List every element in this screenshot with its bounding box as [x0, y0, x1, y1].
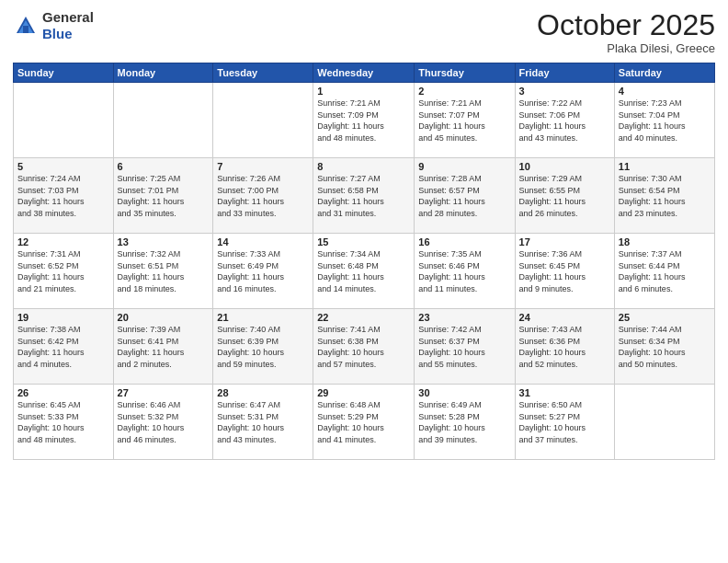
day-info: Sunrise: 7:27 AM Sunset: 6:58 PM Dayligh…: [317, 173, 410, 219]
day-info: Sunrise: 7:33 AM Sunset: 6:49 PM Dayligh…: [217, 248, 309, 294]
calendar-cell: 2Sunrise: 7:21 AM Sunset: 7:07 PM Daylig…: [415, 83, 515, 158]
day-number: 6: [118, 161, 210, 172]
weekday-header-row: SundayMondayTuesdayWednesdayThursdayFrid…: [14, 63, 715, 83]
day-number: 16: [418, 236, 510, 247]
day-number: 24: [519, 312, 610, 323]
day-number: 29: [317, 387, 410, 398]
calendar-cell: 11Sunrise: 7:30 AM Sunset: 6:54 PM Dayli…: [614, 158, 714, 234]
day-info: Sunrise: 7:31 AM Sunset: 6:52 PM Dayligh…: [17, 248, 109, 294]
month-title: October 2025: [537, 9, 715, 41]
day-info: Sunrise: 6:46 AM Sunset: 5:32 PM Dayligh…: [118, 399, 210, 445]
weekday-header-sunday: Sunday: [14, 63, 114, 83]
day-number: 17: [519, 236, 610, 247]
calendar-cell: [614, 385, 714, 460]
calendar-cell: 8Sunrise: 7:27 AM Sunset: 6:58 PM Daylig…: [313, 158, 415, 234]
calendar-cell: 25Sunrise: 7:44 AM Sunset: 6:34 PM Dayli…: [614, 309, 714, 385]
weekday-header-monday: Monday: [113, 63, 213, 83]
calendar-cell: 4Sunrise: 7:23 AM Sunset: 7:04 PM Daylig…: [614, 83, 714, 158]
header: General Blue October 2025 Plaka Dilesi, …: [13, 9, 715, 55]
weekday-header-wednesday: Wednesday: [313, 63, 415, 83]
calendar-cell: 23Sunrise: 7:42 AM Sunset: 6:37 PM Dayli…: [415, 309, 515, 385]
day-number: 19: [17, 312, 109, 323]
calendar-cell: 15Sunrise: 7:34 AM Sunset: 6:48 PM Dayli…: [313, 234, 415, 309]
day-info: Sunrise: 7:39 AM Sunset: 6:41 PM Dayligh…: [118, 324, 210, 370]
calendar-cell: 14Sunrise: 7:33 AM Sunset: 6:49 PM Dayli…: [213, 234, 313, 309]
calendar-cell: 17Sunrise: 7:36 AM Sunset: 6:45 PM Dayli…: [515, 234, 614, 309]
calendar-cell: 18Sunrise: 7:37 AM Sunset: 6:44 PM Dayli…: [614, 234, 714, 309]
day-number: 26: [17, 387, 109, 398]
day-info: Sunrise: 6:47 AM Sunset: 5:31 PM Dayligh…: [217, 399, 309, 445]
day-info: Sunrise: 7:29 AM Sunset: 6:55 PM Dayligh…: [519, 173, 610, 219]
week-row-2: 5Sunrise: 7:24 AM Sunset: 7:03 PM Daylig…: [14, 158, 715, 234]
day-info: Sunrise: 7:21 AM Sunset: 7:09 PM Dayligh…: [317, 98, 410, 144]
calendar-cell: 13Sunrise: 7:32 AM Sunset: 6:51 PM Dayli…: [113, 234, 213, 309]
calendar-cell: 10Sunrise: 7:29 AM Sunset: 6:55 PM Dayli…: [515, 158, 614, 234]
day-info: Sunrise: 7:42 AM Sunset: 6:37 PM Dayligh…: [418, 324, 510, 370]
week-row-4: 19Sunrise: 7:38 AM Sunset: 6:42 PM Dayli…: [14, 309, 715, 385]
logo-icon: [13, 13, 39, 39]
calendar-cell: 16Sunrise: 7:35 AM Sunset: 6:46 PM Dayli…: [415, 234, 515, 309]
calendar-cell: 28Sunrise: 6:47 AM Sunset: 5:31 PM Dayli…: [213, 385, 313, 460]
weekday-header-thursday: Thursday: [415, 63, 515, 83]
day-number: 4: [619, 86, 711, 97]
day-info: Sunrise: 7:41 AM Sunset: 6:38 PM Dayligh…: [317, 324, 410, 370]
weekday-header-tuesday: Tuesday: [213, 63, 313, 83]
day-info: Sunrise: 6:45 AM Sunset: 5:33 PM Dayligh…: [17, 399, 109, 445]
weekday-header-friday: Friday: [515, 63, 614, 83]
location: Plaka Dilesi, Greece: [537, 41, 715, 55]
title-block: October 2025 Plaka Dilesi, Greece: [537, 9, 715, 55]
day-info: Sunrise: 7:38 AM Sunset: 6:42 PM Dayligh…: [17, 324, 109, 370]
day-number: 12: [17, 236, 109, 247]
day-info: Sunrise: 7:32 AM Sunset: 6:51 PM Dayligh…: [118, 248, 210, 294]
calendar-cell: 24Sunrise: 7:43 AM Sunset: 6:36 PM Dayli…: [515, 309, 614, 385]
day-number: 21: [217, 312, 309, 323]
day-number: 3: [519, 86, 610, 97]
day-info: Sunrise: 6:50 AM Sunset: 5:27 PM Dayligh…: [519, 399, 610, 445]
day-info: Sunrise: 7:36 AM Sunset: 6:45 PM Dayligh…: [519, 248, 610, 294]
day-number: 5: [17, 161, 109, 172]
day-number: 22: [317, 312, 410, 323]
day-number: 13: [118, 236, 210, 247]
svg-rect-2: [23, 26, 28, 33]
calendar-cell: 30Sunrise: 6:49 AM Sunset: 5:28 PM Dayli…: [415, 385, 515, 460]
calendar-cell: 31Sunrise: 6:50 AM Sunset: 5:27 PM Dayli…: [515, 385, 614, 460]
day-number: 7: [217, 161, 309, 172]
day-info: Sunrise: 7:44 AM Sunset: 6:34 PM Dayligh…: [619, 324, 711, 370]
day-info: Sunrise: 6:49 AM Sunset: 5:28 PM Dayligh…: [418, 399, 510, 445]
day-number: 14: [217, 236, 309, 247]
day-info: Sunrise: 7:35 AM Sunset: 6:46 PM Dayligh…: [418, 248, 510, 294]
calendar-cell: [213, 83, 313, 158]
calendar-table: SundayMondayTuesdayWednesdayThursdayFrid…: [13, 63, 715, 460]
day-number: 15: [317, 236, 410, 247]
calendar-cell: [113, 83, 213, 158]
day-number: 11: [619, 161, 711, 172]
day-info: Sunrise: 7:43 AM Sunset: 6:36 PM Dayligh…: [519, 324, 610, 370]
page: General Blue October 2025 Plaka Dilesi, …: [0, 0, 728, 563]
calendar-cell: 12Sunrise: 7:31 AM Sunset: 6:52 PM Dayli…: [14, 234, 114, 309]
day-number: 18: [619, 236, 711, 247]
week-row-3: 12Sunrise: 7:31 AM Sunset: 6:52 PM Dayli…: [14, 234, 715, 309]
calendar-cell: 7Sunrise: 7:26 AM Sunset: 7:00 PM Daylig…: [213, 158, 313, 234]
calendar-cell: 3Sunrise: 7:22 AM Sunset: 7:06 PM Daylig…: [515, 83, 614, 158]
logo-text: General Blue: [42, 9, 94, 42]
day-number: 1: [317, 86, 410, 97]
day-info: Sunrise: 7:37 AM Sunset: 6:44 PM Dayligh…: [619, 248, 711, 294]
weekday-header-saturday: Saturday: [614, 63, 714, 83]
calendar-cell: [14, 83, 114, 158]
calendar-cell: 26Sunrise: 6:45 AM Sunset: 5:33 PM Dayli…: [14, 385, 114, 460]
day-info: Sunrise: 6:48 AM Sunset: 5:29 PM Dayligh…: [317, 399, 410, 445]
day-number: 9: [418, 161, 510, 172]
day-info: Sunrise: 7:34 AM Sunset: 6:48 PM Dayligh…: [317, 248, 410, 294]
calendar-cell: 20Sunrise: 7:39 AM Sunset: 6:41 PM Dayli…: [113, 309, 213, 385]
day-number: 31: [519, 387, 610, 398]
calendar-cell: 21Sunrise: 7:40 AM Sunset: 6:39 PM Dayli…: [213, 309, 313, 385]
day-number: 27: [118, 387, 210, 398]
calendar-cell: 9Sunrise: 7:28 AM Sunset: 6:57 PM Daylig…: [415, 158, 515, 234]
calendar-cell: 29Sunrise: 6:48 AM Sunset: 5:29 PM Dayli…: [313, 385, 415, 460]
calendar-cell: 6Sunrise: 7:25 AM Sunset: 7:01 PM Daylig…: [113, 158, 213, 234]
day-number: 23: [418, 312, 510, 323]
logo: General Blue: [13, 9, 94, 42]
calendar-cell: 5Sunrise: 7:24 AM Sunset: 7:03 PM Daylig…: [14, 158, 114, 234]
calendar-cell: 22Sunrise: 7:41 AM Sunset: 6:38 PM Dayli…: [313, 309, 415, 385]
calendar-cell: 19Sunrise: 7:38 AM Sunset: 6:42 PM Dayli…: [14, 309, 114, 385]
